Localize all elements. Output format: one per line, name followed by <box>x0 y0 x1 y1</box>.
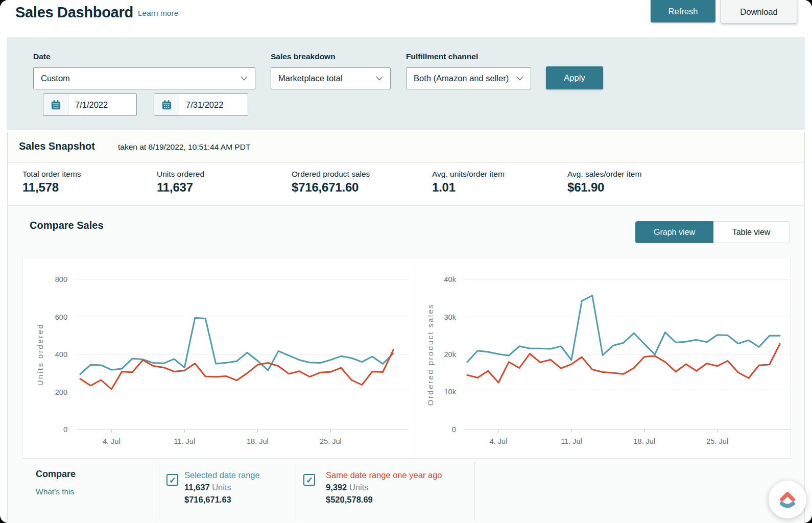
x-tick-label: 18. Jul <box>633 437 655 445</box>
y-tick-label: 10k <box>444 388 457 396</box>
tab-graph-view[interactable]: Graph view <box>635 221 713 243</box>
y-tick-label: 400 <box>55 350 67 359</box>
refresh-button[interactable]: Refresh <box>651 0 715 22</box>
clickup-logo-icon <box>775 487 800 512</box>
sales-snapshot-section: Sales Snapshot taken at 8/19/2022, 10:51… <box>7 132 805 204</box>
date-filter-label: Date <box>33 52 51 61</box>
fulfillment-channel-value: Both (Amazon and seller) <box>414 74 516 83</box>
y-tick-label: 800 <box>55 275 67 283</box>
x-tick-label: 11. Jul <box>561 437 582 445</box>
y-tick-label: 0 <box>452 425 456 434</box>
date-select[interactable]: Custom <box>33 67 255 89</box>
date-select-value: Custom <box>41 74 241 83</box>
metric-units-ordered: Units ordered 11,637 <box>157 170 292 195</box>
fulfillment-channel-label: Fulfillment channel <box>406 52 478 61</box>
fulfillment-channel-select[interactable]: Both (Amazon and seller) <box>406 67 531 89</box>
y-tick-label: 40k <box>444 275 457 283</box>
end-date-input-group <box>154 93 248 116</box>
legend-divider <box>474 463 475 520</box>
compare-sales-section: Compare Sales Graph view Table view 0200… <box>7 205 805 523</box>
ordered-product-sales-chart: 010k20k30k40k4. Jul11. Jul18. Jul25. Jul… <box>415 257 791 458</box>
metric-ordered-product-sales: Ordered product sales $716,671.60 <box>292 170 432 195</box>
legend-item-year-ago: Same date range one year ago 9,392 Units… <box>326 469 442 506</box>
sales-breakdown-value: Marketplace total <box>278 74 376 83</box>
compare-legend: Compare What's this Selected date range … <box>22 459 791 523</box>
end-date-input[interactable] <box>179 94 246 115</box>
legend-checkbox-selected-range[interactable] <box>166 474 178 486</box>
x-tick-label: 11. Jul <box>174 437 196 445</box>
start-date-input[interactable] <box>68 94 135 115</box>
legend-divider <box>159 463 159 520</box>
y-axis-title: Units ordered <box>36 323 44 386</box>
metric-total-order-items: Total order items 11,578 <box>22 170 157 195</box>
series-year-ago <box>467 344 780 383</box>
sales-breakdown-label: Sales breakdown <box>271 52 336 61</box>
chevron-down-icon <box>241 76 248 81</box>
y-tick-label: 20k <box>444 350 457 359</box>
learn-more-link[interactable]: Learn more <box>138 9 178 18</box>
chevron-down-icon <box>516 76 523 81</box>
tab-table-view[interactable]: Table view <box>713 221 790 243</box>
snapshot-metrics: Total order items 11,578 Units ordered 1… <box>8 163 804 195</box>
legend-divider <box>296 463 296 520</box>
y-axis-title: Ordered product sales <box>426 303 435 406</box>
x-tick-label: 25. Jul <box>320 437 342 445</box>
filter-bar: Date Custom Sales breakdown Marketplace … <box>7 37 805 130</box>
sales-breakdown-select[interactable]: Marketplace total <box>271 67 391 89</box>
metric-avg-sales-order-item: Avg. sales/order item $61.90 <box>567 170 804 195</box>
y-tick-label: 0 <box>63 425 67 434</box>
x-tick-label: 25. Jul <box>706 437 728 445</box>
whats-this-link[interactable]: What's this <box>36 487 74 496</box>
sales-snapshot-title: Sales Snapshot <box>19 140 95 152</box>
legend-checkbox-year-ago[interactable] <box>303 474 315 486</box>
x-tick-label: 4. Jul <box>490 437 508 445</box>
top-bar: Sales Dashboard Learn more Refresh Downl… <box>0 0 812 37</box>
compare-label: Compare <box>36 469 76 480</box>
calendar-icon[interactable] <box>154 94 179 115</box>
download-button[interactable]: Download <box>721 0 797 23</box>
start-date-input-group <box>43 93 137 116</box>
metric-avg-units-order-item: Avg. units/order item 1.01 <box>432 170 567 195</box>
page-title: Sales Dashboard <box>15 2 133 22</box>
series-year-ago <box>80 350 393 389</box>
apply-button[interactable]: Apply <box>546 66 603 89</box>
charts-container: 02004006008004. Jul11. Jul18. Jul25. Jul… <box>22 257 791 459</box>
sales-snapshot-header: Sales Snapshot taken at 8/19/2022, 10:51… <box>8 132 804 163</box>
y-tick-label: 30k <box>444 313 457 321</box>
sales-dashboard-page: Sales Dashboard Learn more Refresh Downl… <box>0 0 812 523</box>
legend-item-selected-range: Selected date range 11,637 Units $716,67… <box>184 469 260 506</box>
series-selected-date-range <box>467 296 780 362</box>
x-tick-label: 18. Jul <box>247 437 269 445</box>
y-tick-label: 600 <box>55 313 67 321</box>
calendar-icon[interactable] <box>43 94 68 115</box>
series-selected-date-range <box>80 318 393 374</box>
units-ordered-chart: 02004006008004. Jul11. Jul18. Jul25. Jul… <box>22 257 415 458</box>
chevron-down-icon <box>376 76 383 81</box>
y-tick-label: 200 <box>55 388 67 396</box>
snapshot-timestamp: taken at 8/19/2022, 10:51:44 AM PDT <box>118 142 250 152</box>
x-tick-label: 4. Jul <box>103 437 121 445</box>
compare-sales-title: Compare Sales <box>30 220 104 231</box>
scroll-to-top-logo[interactable] <box>769 481 806 518</box>
